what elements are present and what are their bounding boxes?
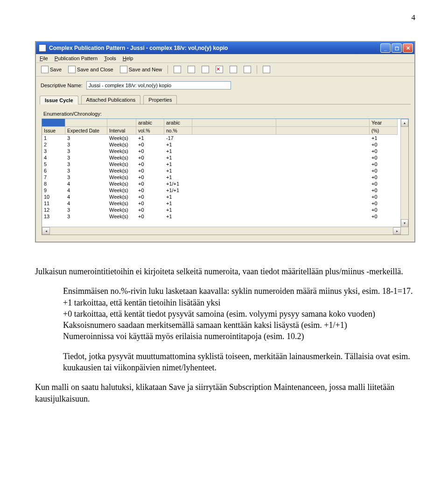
grid-cell[interactable]	[192, 119, 276, 127]
grid-cell[interactable]: Week(s)	[107, 154, 136, 161]
toolbar-btn-2[interactable]	[185, 64, 197, 75]
grid-cell[interactable]: +1	[164, 174, 192, 181]
grid-cell[interactable]	[276, 127, 370, 135]
grid-cell[interactable]: 10	[42, 194, 65, 200]
grid-cell[interactable]: 2	[42, 141, 65, 148]
grid-cell[interactable]: +1	[164, 194, 192, 200]
grid-cell[interactable]	[276, 161, 370, 167]
grid-cell[interactable]: Week(s)	[107, 135, 136, 141]
grid-cell[interactable]: Week(s)	[107, 174, 136, 181]
grid-cell[interactable]: (%)	[370, 127, 398, 135]
grid-cell[interactable]: 3	[65, 174, 107, 181]
toolbar-btn-3[interactable]	[199, 64, 211, 75]
grid-cell[interactable]: +0	[370, 148, 398, 154]
grid-cell[interactable]: +1	[164, 161, 192, 167]
grid-cell[interactable]	[276, 167, 370, 174]
save-button[interactable]: Save	[39, 64, 64, 75]
close-button[interactable]: ✕	[403, 43, 413, 53]
grid-cell[interactable]	[192, 154, 276, 161]
grid-cell[interactable]: +0	[136, 187, 164, 194]
grid-cell[interactable]: 3	[65, 141, 107, 148]
grid-cell[interactable]: Week(s)	[107, 187, 136, 194]
grid-cell[interactable]: arabic	[136, 119, 164, 127]
grid-cell[interactable]: 3	[42, 148, 65, 154]
grid-cell[interactable]: +0	[370, 187, 398, 194]
tab-properties[interactable]: Properties	[143, 95, 177, 104]
grid-cell[interactable]: Issue	[42, 127, 65, 135]
grid-cell[interactable]: 6	[42, 167, 65, 174]
grid-cell[interactable]	[276, 187, 370, 194]
grid-cell[interactable]: 3	[65, 213, 107, 220]
toolbar-btn-delete[interactable]: ✕	[213, 64, 225, 75]
save-and-new-button[interactable]: Save and New	[118, 64, 165, 75]
grid-cell[interactable]: Week(s)	[107, 194, 136, 200]
grid-cell[interactable]: +1/+1	[164, 181, 192, 187]
grid-cell[interactable]: 11	[42, 200, 65, 207]
grid-cell[interactable]: 1	[42, 135, 65, 141]
grid-cell[interactable]: arabic	[164, 119, 192, 127]
menu-help[interactable]: Help	[123, 56, 133, 61]
grid-cell[interactable]: +0	[370, 141, 398, 148]
grid-cell[interactable]: 4	[42, 154, 65, 161]
grid-cell[interactable]: 9	[42, 187, 65, 194]
grid-cell[interactable]: +0	[136, 167, 164, 174]
scroll-right-button[interactable]: ▸	[393, 227, 401, 235]
grid-cell[interactable]: 5	[42, 161, 65, 167]
toolbar-btn-1[interactable]	[171, 64, 183, 75]
grid-cell[interactable]: 4	[65, 181, 107, 187]
grid-cell[interactable]: 3	[65, 148, 107, 154]
grid-cell[interactable]	[192, 213, 276, 220]
tab-attached-publications[interactable]: Attached Publications	[81, 95, 141, 104]
grid-cell[interactable]: 7	[42, 174, 65, 181]
scroll-up-button[interactable]: ▴	[401, 119, 408, 127]
grid-cell[interactable]	[276, 213, 370, 220]
grid-cell[interactable]: Week(s)	[107, 213, 136, 220]
toolbar-btn-6[interactable]	[241, 64, 253, 75]
grid-cell[interactable]: Week(s)	[107, 167, 136, 174]
grid-cell[interactable]: +0	[370, 200, 398, 207]
grid-cell[interactable]	[276, 154, 370, 161]
grid-cell[interactable]	[192, 141, 276, 148]
grid-cell[interactable]: 4	[65, 187, 107, 194]
grid-cell[interactable]: Week(s)	[107, 141, 136, 148]
grid-cell[interactable]: 12	[42, 207, 65, 213]
grid-cell[interactable]: no.%	[164, 127, 192, 135]
grid-cell[interactable]: +0	[136, 154, 164, 161]
grid-cell[interactable]: 4	[65, 200, 107, 207]
grid-cell[interactable]: Expected Date	[65, 127, 107, 135]
maximize-button[interactable]: ◻	[392, 43, 402, 53]
vertical-scrollbar[interactable]: ▴ ▾	[400, 119, 408, 235]
grid-cell[interactable]: +0	[136, 207, 164, 213]
grid-cell[interactable]	[192, 200, 276, 207]
grid-cell[interactable]	[276, 194, 370, 200]
grid-cell[interactable]: -17	[164, 135, 192, 141]
grid-cell[interactable]: +0	[136, 141, 164, 148]
grid-cell[interactable]	[65, 119, 107, 127]
grid-cell[interactable]: +0	[136, 194, 164, 200]
grid-cell[interactable]: +0	[370, 161, 398, 167]
grid-cell[interactable]: +1	[164, 154, 192, 161]
grid-cell[interactable]: Week(s)	[107, 148, 136, 154]
minimize-button[interactable]: _	[380, 43, 391, 53]
grid-cell[interactable]	[192, 127, 276, 135]
grid-cell[interactable]: +0	[370, 194, 398, 200]
grid-cell[interactable]: 4	[65, 194, 107, 200]
grid-cell[interactable]: 3	[65, 135, 107, 141]
grid-cell[interactable]	[192, 181, 276, 187]
grid-cell[interactable]	[276, 174, 370, 181]
scroll-left-button[interactable]: ◂	[42, 227, 50, 235]
grid-cell[interactable]	[276, 135, 370, 141]
grid-cell[interactable]	[276, 148, 370, 154]
scroll-down-button[interactable]: ▾	[401, 219, 408, 227]
save-and-close-button[interactable]: Save and Close	[66, 64, 116, 75]
grid-cell[interactable]: +1	[136, 135, 164, 141]
grid-cell[interactable]	[107, 119, 136, 127]
grid-cell[interactable]: Week(s)	[107, 207, 136, 213]
grid-cell[interactable]	[276, 207, 370, 213]
grid-cell[interactable]	[192, 187, 276, 194]
enumeration-grid[interactable]: arabicarabicYearIssueExpected DateInterv…	[42, 118, 409, 235]
horizontal-scrollbar[interactable]: ◂ ▸	[42, 227, 401, 235]
grid-cell[interactable]: 3	[65, 167, 107, 174]
grid-cell[interactable]: +0	[370, 207, 398, 213]
grid-cell[interactable]	[192, 207, 276, 213]
